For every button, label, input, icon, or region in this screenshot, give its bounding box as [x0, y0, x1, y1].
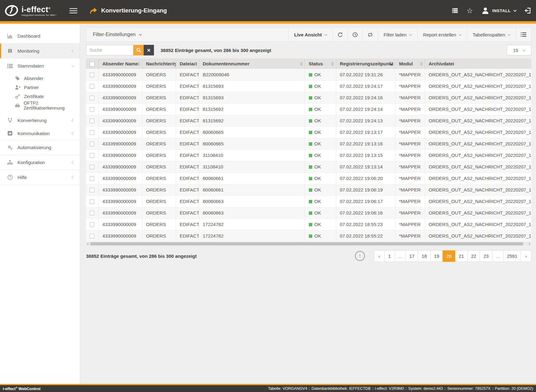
- col-header-registrierungszeitpunkt[interactable]: Registrierungszeitpunkt: [336, 59, 395, 69]
- row-checkbox[interactable]: [90, 84, 94, 89]
- table-row[interactable]: 4333990000009 ORDERS EDIFACT 31108410 OK…: [86, 161, 531, 172]
- sidebar-item-kommunikation[interactable]: Kommunikation: [0, 127, 80, 140]
- user-menu[interactable]: INSTALL: [481, 7, 516, 14]
- cell-filetype: EDIFACT: [176, 230, 199, 242]
- table-horizontal-scrollbar[interactable]: ‹ ›: [86, 242, 531, 246]
- col-header-dokumentennummer[interactable]: Dokumentennummer: [199, 59, 305, 69]
- row-checkbox[interactable]: [90, 107, 94, 112]
- row-checkbox[interactable]: [90, 96, 94, 100]
- sidebar-item-hilfe[interactable]: ? Hilfe: [0, 170, 80, 185]
- live-view-dropdown[interactable]: Live Ansicht: [288, 28, 333, 41]
- table-row[interactable]: 4333990000009 ORDERS EDIFACT 81315693 OK…: [86, 92, 531, 103]
- create-report-dropdown[interactable]: Report erstellen: [417, 28, 467, 41]
- col-header-absender-name[interactable]: Absender Name: [98, 59, 142, 69]
- app-logo[interactable]: i-effect® integrated solutions for IBM i: [4, 4, 56, 17]
- cell-type: ORDERS: [142, 80, 176, 92]
- row-checkbox[interactable]: [90, 119, 94, 123]
- search-input[interactable]: [86, 45, 133, 55]
- page-button[interactable]: 20: [443, 250, 455, 262]
- page-size-select[interactable]: 15: [507, 45, 531, 55]
- cell-status: OK: [305, 80, 336, 92]
- sidebar-item-konfiguration[interactable]: Konfiguration: [0, 155, 80, 170]
- sidebar-item-absender[interactable]: Absender: [0, 74, 80, 83]
- table-row[interactable]: 4333990000009 ORDERS EDIFACT 31108410 OK…: [86, 149, 531, 161]
- row-checkbox[interactable]: [90, 142, 94, 146]
- page-button[interactable]: 18: [418, 250, 431, 262]
- server-icon[interactable]: [452, 8, 458, 13]
- row-checkbox[interactable]: [90, 188, 94, 192]
- menu-icon[interactable]: [69, 8, 77, 13]
- refresh-button[interactable]: [333, 28, 347, 41]
- table-row[interactable]: 4333990000009 ORDERS EDIFACT 80060661 OK…: [86, 184, 531, 196]
- col-header-modul[interactable]: Modul: [395, 59, 425, 69]
- page-button[interactable]: 21: [455, 250, 468, 262]
- star-icon[interactable]: ☆: [467, 7, 473, 14]
- list-view-button[interactable]: [516, 28, 531, 41]
- select-all-checkbox[interactable]: [90, 62, 95, 67]
- table-columns-dropdown[interactable]: Tabellenspalten: [467, 28, 516, 41]
- repeat-button[interactable]: [362, 28, 378, 41]
- clear-search-button[interactable]: [144, 45, 154, 55]
- sidebar-item-automatisierung[interactable]: Automatisierung: [0, 140, 80, 155]
- sidebar-item-zertifikate[interactable]: Zertifikate: [0, 92, 80, 101]
- search-button[interactable]: [133, 45, 144, 55]
- table-row[interactable]: 4333990000009 ORDERS EDIFACT 81315692 OK…: [86, 115, 531, 126]
- row-checkbox[interactable]: [90, 130, 94, 135]
- filter-settings-dropdown[interactable]: Filter-Einstellungen: [86, 28, 148, 41]
- sidebar-item-monitoring[interactable]: Monitoring: [0, 44, 80, 58]
- cell-type: ORDERS: [142, 196, 176, 207]
- page-button[interactable]: 17: [405, 250, 418, 262]
- col-header-dateiart[interactable]: Dateiart: [176, 59, 199, 69]
- sidebar-item-konvertierung[interactable]: Konvertierung: [0, 114, 80, 127]
- row-checkbox[interactable]: [90, 199, 94, 204]
- table-row[interactable]: 4333990000009 ORDERS EDIFACT 17224782 OK…: [86, 219, 531, 230]
- sidebar-item-stammdaten[interactable]: Stammdaten: [0, 59, 80, 73]
- close-icon: [147, 49, 151, 52]
- scroll-right-icon[interactable]: ›: [529, 242, 530, 245]
- row-checkbox[interactable]: [90, 73, 94, 77]
- table-row[interactable]: 4333990000009 ORDERS EDIFACT 80060663 OK…: [86, 207, 531, 219]
- row-checkbox[interactable]: [90, 234, 94, 239]
- col-header-archivdatei[interactable]: Archivdatei: [425, 59, 531, 69]
- status-green-square: [309, 119, 312, 123]
- cell-type: ORDERS: [142, 230, 176, 242]
- page-button[interactable]: ‹: [374, 250, 385, 262]
- page-button[interactable]: 22: [467, 250, 480, 262]
- cell-timestamp: 07.02.2022 19:06:17: [336, 196, 395, 207]
- question-icon: ?: [7, 175, 13, 180]
- schedule-button[interactable]: [347, 28, 362, 41]
- sidebar-item-partner[interactable]: Partner: [0, 83, 80, 92]
- page-button[interactable]: 23: [480, 250, 492, 262]
- col-header-status[interactable]: Status: [305, 59, 336, 69]
- sidebar-item-oftp2-zertifikatserkennung[interactable]: OFTP2 Zertifikatserkennung: [0, 101, 80, 110]
- page-button[interactable]: 1: [384, 250, 395, 262]
- row-checkbox[interactable]: [90, 211, 94, 215]
- table-row[interactable]: 4333990000009 ORDERS EDIFACT 80060665 OK…: [86, 126, 531, 138]
- cell-type: ORDERS: [142, 184, 176, 196]
- scroll-left-icon[interactable]: ‹: [87, 242, 89, 245]
- table-row[interactable]: 4333990000009 ORDERS EDIFACT 81315692 OK…: [86, 103, 531, 115]
- col-header-nachrichtentyp[interactable]: Nachrichtentyp: [142, 59, 176, 69]
- logout-icon[interactable]: [524, 7, 531, 14]
- cell-filetype: EDIFACT: [176, 184, 199, 196]
- table-row[interactable]: 4333990000009 ORDERS EDIFACT B220008046 …: [86, 69, 531, 80]
- page-button[interactable]: 19: [430, 250, 443, 262]
- row-checkbox[interactable]: [90, 176, 94, 181]
- scroll-to-top-button[interactable]: ↑: [355, 251, 365, 261]
- chevron-down-icon: [508, 33, 511, 36]
- table-row[interactable]: 4333990000009 ORDERS EDIFACT 81315693 OK…: [86, 80, 531, 92]
- table-row[interactable]: 4333990000009 ORDERS EDIFACT 17224782 OK…: [86, 230, 531, 242]
- table-row[interactable]: 4333990000009 ORDERS EDIFACT 80060661 OK…: [86, 172, 531, 184]
- load-filter-dropdown[interactable]: Filter laden: [378, 28, 417, 41]
- cell-timestamp: 07.02.2022 18:55:23: [336, 219, 395, 230]
- page-button[interactable]: 2591: [503, 250, 521, 262]
- table-row[interactable]: 4333990000009 ORDERS EDIFACT 80060665 OK…: [86, 138, 531, 149]
- sidebar-item-dashboard[interactable]: Dashboard: [0, 29, 80, 43]
- cell-type: ORDERS: [142, 149, 176, 161]
- page-button[interactable]: ›: [521, 250, 531, 262]
- row-checkbox[interactable]: [90, 222, 94, 227]
- row-checkbox[interactable]: [90, 153, 94, 158]
- row-checkbox[interactable]: [90, 165, 94, 169]
- table-row[interactable]: 4333990000009 ORDERS EDIFACT 80060663 OK…: [86, 196, 531, 207]
- scrollbar-thumb[interactable]: [90, 242, 523, 245]
